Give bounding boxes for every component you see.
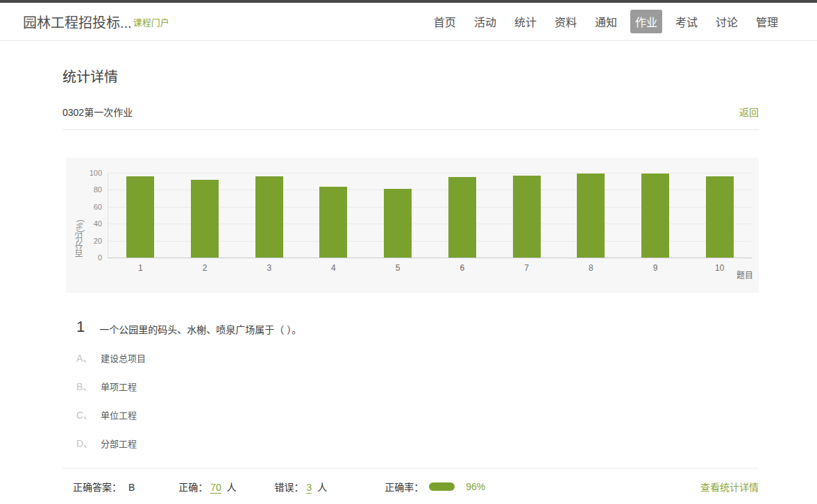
option-text: 单位工程 (101, 408, 137, 421)
chart-bar (513, 176, 541, 258)
nav-item-manage[interactable]: 管理 (751, 10, 783, 33)
question-header: 1 一个公园里的码头、水榭、喷泉广场属于（ ）。 (76, 319, 759, 336)
option-letter: C、 (76, 408, 101, 421)
question-number: 1 (76, 319, 85, 335)
chart-bars (108, 173, 752, 258)
correct-count-label: 正确： (178, 482, 208, 493)
chart-bar (191, 180, 219, 258)
nav-item-notice[interactable]: 通知 (590, 10, 622, 33)
chart-bar (706, 176, 734, 258)
option-letter: A、 (76, 351, 101, 364)
question-block: 1 一个公园里的码头、水榭、喷泉广场属于（ ）。 A、 建设总项目 B、 单项工… (62, 319, 759, 450)
correct-rate-value: 96% (466, 481, 485, 492)
x-tick: 2 (173, 263, 237, 273)
chart-bar (126, 176, 154, 258)
stats-row: 正确答案： B 正确： 70 人 错误： 3 人 正确率： 96% 查看统计详情 (62, 478, 759, 496)
nav-item-home[interactable]: 首页 (429, 10, 461, 33)
wrong-count-unit: 人 (317, 482, 327, 493)
back-link[interactable]: 返回 (739, 105, 759, 119)
chart-bar (255, 176, 283, 258)
correct-answer-label: 正确答案： (73, 482, 121, 493)
x-tick: 3 (237, 263, 301, 273)
chart-bar (448, 177, 476, 258)
option-a: A、 建设总项目 (76, 351, 759, 364)
correct-rate-label: 正确率： (385, 480, 423, 494)
nav-item-activity[interactable]: 活动 (469, 10, 501, 33)
correct-count-unit: 人 (227, 482, 237, 493)
nav-item-exam[interactable]: 考试 (671, 10, 702, 33)
option-text: 单项工程 (101, 380, 137, 393)
correct-count-stat: 正确： 70 人 (178, 480, 236, 494)
option-d: D、 分部工程 (76, 436, 759, 450)
option-b: B、 单项工程 (76, 379, 759, 393)
nav-item-statistics[interactable]: 统计 (509, 10, 541, 33)
chart-bar (577, 174, 605, 258)
correct-answer-stat: 正确答案： B (73, 480, 135, 494)
correct-rate-stat: 正确率： 96% (385, 480, 485, 494)
wrong-count-label: 错误： (275, 482, 304, 493)
assignment-row: 0302第一次作业 返回 (62, 105, 759, 119)
main-content: 统计详情 0302第一次作业 返回 100 80 60 40 20 0 百分比(… (62, 66, 759, 496)
assignment-name: 0302第一次作业 (62, 105, 133, 119)
option-letter: B、 (76, 379, 101, 393)
option-text: 分部工程 (101, 437, 137, 450)
page-title: 统计详情 (62, 66, 759, 86)
chart-bar (319, 187, 347, 258)
x-tick: 1 (108, 263, 173, 273)
option-c: C、 单位工程 (76, 408, 759, 421)
x-tick: 8 (559, 263, 623, 273)
course-portal-link[interactable]: 课程门户 (133, 15, 169, 28)
nav-item-discussion[interactable]: 讨论 (711, 10, 743, 33)
question-text: 一个公园里的码头、水榭、喷泉广场属于（ ）。 (99, 322, 301, 336)
x-tick: 4 (301, 263, 366, 273)
correct-rate-pill (429, 482, 455, 491)
option-text: 建设总项目 (101, 351, 146, 364)
chart-bar (641, 174, 669, 258)
chart-plot-area: 100 80 60 40 20 0 百分比(%) 1 2 (108, 173, 752, 258)
y-axis-label: 百分比(%) (74, 173, 85, 258)
x-axis-label: 题目 (736, 269, 753, 280)
chart-bar (384, 189, 412, 258)
x-tick: 9 (623, 263, 688, 273)
score-bar-chart: 100 80 60 40 20 0 百分比(%) 1 2 (66, 158, 759, 293)
divider-top (62, 129, 759, 130)
view-statistics-detail-link[interactable]: 查看统计详情 (700, 480, 759, 494)
x-tick: 6 (430, 263, 495, 273)
nav-item-homework[interactable]: 作业 (630, 10, 662, 33)
wrong-count-stat: 错误： 3 人 (275, 480, 328, 494)
option-letter: D、 (76, 436, 101, 450)
correct-count-link[interactable]: 70 (210, 482, 221, 494)
course-title: 园林工程招投标... (23, 12, 132, 32)
x-ticks: 1 2 3 4 5 6 7 8 9 10 (108, 263, 752, 273)
x-tick: 5 (366, 263, 430, 273)
divider-bottom (62, 468, 759, 469)
nav-item-materials[interactable]: 资料 (550, 10, 582, 33)
header: 园林工程招投标... 课程门户 首页 活动 统计 资料 通知 作业 考试 讨论 … (0, 3, 817, 41)
wrong-count-link[interactable]: 3 (306, 482, 312, 494)
x-tick: 7 (494, 263, 559, 273)
correct-answer-value: B (128, 482, 135, 493)
top-nav: 首页 活动 统计 资料 通知 作业 考试 讨论 管理 (429, 10, 783, 33)
